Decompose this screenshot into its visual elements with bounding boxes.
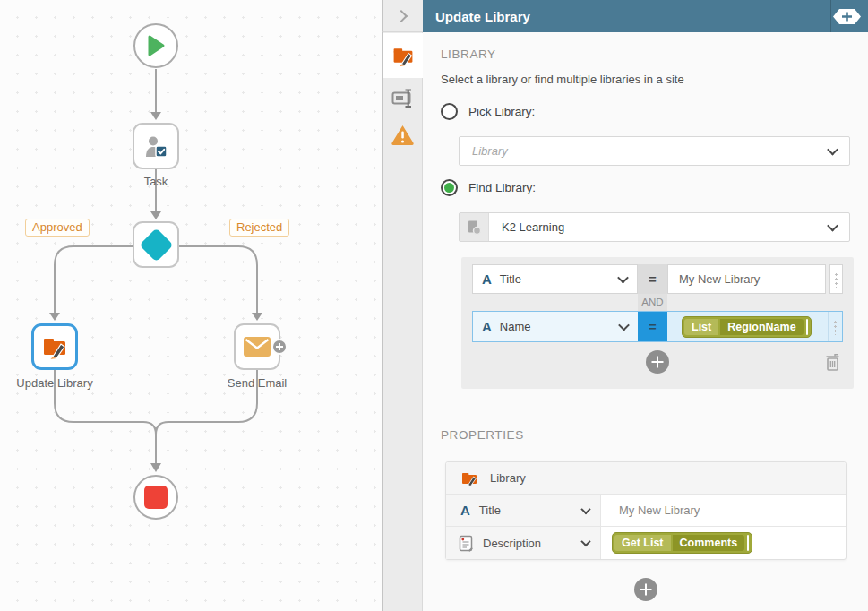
find-library-label: Find Library: [468,181,536,194]
filter-row-2-selected[interactable]: A Name = ListRegionName [472,311,843,342]
panel-header: Update Library [423,0,868,32]
site-icon [460,213,489,241]
conjunction-label: AND [638,294,667,311]
add-step-badge[interactable] [271,339,288,355]
collapse-panel-button[interactable] [382,0,423,32]
field-token[interactable]: ListRegionName [682,316,812,338]
decision-diamond-icon [139,228,173,262]
user-task-icon [143,133,168,159]
folder-edit-icon [391,44,415,67]
find-library-value: K2 Learning [489,220,564,234]
properties-heading: PROPERTIES [441,428,524,442]
pick-library-radio[interactable] [441,103,458,120]
panel-content: LIBRARY Select a library or find multipl… [423,32,868,611]
property-description-dropdown[interactable]: Description [446,527,601,559]
filter-field-dropdown-1[interactable]: A Title [472,264,638,294]
approved-branch-label[interactable]: Approved [25,219,90,237]
filter-value-input-1[interactable]: My New Library [667,264,826,294]
library-subtitle: Select a library or find multiple librar… [441,73,684,86]
filter-builder: A Title = My New Library AND A Name = [461,257,854,389]
folder-edit-icon [41,333,68,360]
property-description-value[interactable]: Get ListComments [601,532,846,554]
task-node[interactable] [133,123,179,169]
field-token[interactable]: Get ListComments [612,532,752,554]
trash-icon [824,353,841,372]
plus-hexagon-icon [833,9,861,24]
pick-library-placeholder: Library [460,144,508,158]
send-email-node[interactable] [234,323,280,370]
conjunction-row: AND [472,294,843,311]
add-button[interactable] [833,9,861,24]
library-heading: LIBRARY [441,47,496,61]
drag-handle[interactable] [829,312,842,341]
properties-card: Library A Title My New Library [445,461,847,560]
property-description-label: Description [483,537,541,550]
drag-handle[interactable] [829,264,843,294]
token-field: Comments [673,535,745,551]
properties-card-header: Library [446,462,846,495]
description-icon [459,535,474,552]
envelope-icon [244,337,271,357]
find-library-dropdown[interactable]: K2 Learning [459,212,850,242]
panel-title: Update Library [435,9,530,24]
filter-operator-2[interactable]: = [638,312,667,341]
find-library-radio[interactable] [441,179,458,196]
tab-rename[interactable] [383,79,422,118]
header-divider [830,0,831,32]
play-icon [146,34,166,57]
text-type-icon: A [460,503,470,518]
warning-icon [391,124,415,146]
text-type-icon: A [482,271,492,287]
workflow-connectors [0,0,382,611]
pick-library-label: Pick Library: [468,105,535,118]
filter-row-1: A Title = My New Library [472,264,843,294]
update-library-node-label: Update Library [0,376,117,390]
filter-field-dropdown-2[interactable]: A Name [473,312,638,341]
pick-library-radio-row: Pick Library: [441,103,535,120]
chevron-down-icon [618,320,630,331]
workflow-canvas[interactable]: Task Approved Rejected Update Library Se… [0,0,382,611]
tab-warnings[interactable] [383,115,422,154]
task-node-label: Task [93,175,219,188]
chevron-down-icon [827,144,838,156]
filter-footer [472,342,843,382]
chevron-down-icon [617,272,629,284]
add-filter-button[interactable] [646,350,669,374]
panel-tab-rail [382,0,423,611]
find-library-radio-row: Find Library: [441,179,536,196]
k2-workflow-designer: Task Approved Rejected Update Library Se… [0,0,868,611]
chevron-down-icon [827,220,838,232]
text-type-icon: A [482,319,492,334]
filter-field-2: Name [500,320,531,333]
filter-value-area-2[interactable]: ListRegionName [667,312,828,341]
update-library-node[interactable] [31,323,78,370]
properties-card-title: Library [490,471,526,485]
chevron-down-icon [580,537,590,546]
property-title-label: Title [479,503,501,517]
property-title-value[interactable]: My New Library [601,503,846,517]
end-node[interactable] [133,475,178,520]
filter-operator-1[interactable]: = [638,264,667,294]
stop-icon [144,486,168,509]
rename-field-icon [391,88,415,109]
property-title-dropdown[interactable]: A Title [446,495,601,526]
start-node[interactable] [133,23,178,68]
token-context: Get List [614,535,671,551]
tab-library-settings[interactable] [383,33,423,78]
chevron-right-icon [395,9,408,22]
property-row-description: Description Get ListComments [446,527,846,559]
rejected-branch-label[interactable]: Rejected [229,219,289,237]
pick-library-dropdown[interactable]: Library [459,136,850,166]
chevron-down-icon [580,503,590,513]
filter-field-1: Title [500,272,521,286]
send-email-node-label: Send Email [194,376,320,390]
token-field: RegionName [720,319,803,335]
add-property-button[interactable] [634,578,657,601]
delete-filter-button[interactable] [824,353,841,372]
property-row-title: A Title My New Library [446,495,846,527]
token-context: List [684,319,718,335]
folder-edit-icon [460,469,478,487]
decision-node[interactable] [133,221,179,268]
